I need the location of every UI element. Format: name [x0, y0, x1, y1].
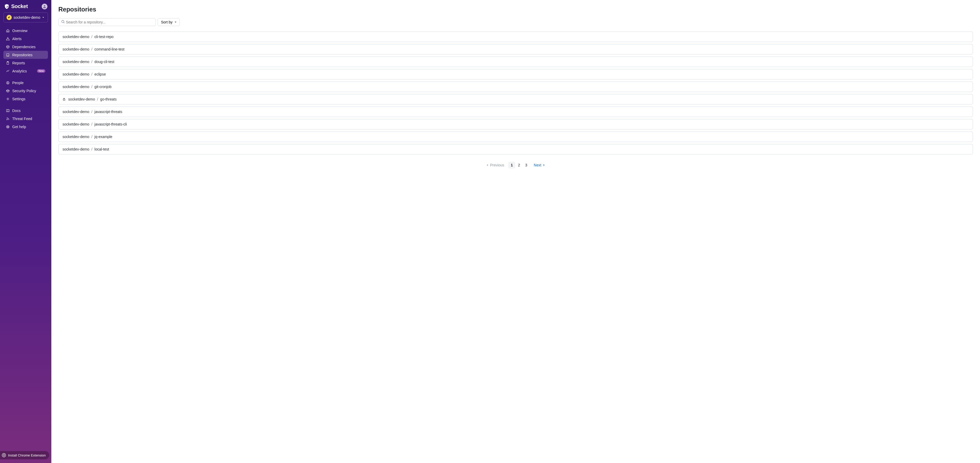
- repo-icon: [6, 53, 10, 57]
- svg-point-7: [6, 125, 10, 128]
- repo-separator: /: [97, 97, 98, 101]
- repo-name: doug-cli-test: [95, 60, 115, 64]
- repo-item[interactable]: socketdev-demo/command-line-test: [58, 44, 973, 54]
- svg-point-5: [7, 99, 8, 99]
- brand-logo[interactable]: Socket: [4, 3, 28, 10]
- repo-separator: /: [91, 147, 92, 151]
- home-icon: [6, 29, 10, 33]
- repo-name: javascript-threats-cli: [95, 122, 127, 126]
- repo-name: jq-example: [95, 135, 112, 139]
- sidebar-item-reports[interactable]: Reports: [3, 59, 48, 67]
- repo-owner: socketdev-demo: [62, 84, 89, 89]
- sidebar-header: Socket: [3, 3, 48, 10]
- pagination-page-3[interactable]: 3: [523, 162, 530, 169]
- package-icon: [6, 45, 10, 49]
- repo-separator: /: [91, 47, 92, 51]
- sidebar-item-dependencies[interactable]: Dependencies: [3, 43, 48, 51]
- search-input[interactable]: [58, 18, 156, 26]
- repo-separator: /: [91, 60, 92, 64]
- repo-owner: socketdev-demo: [62, 72, 89, 76]
- repo-item[interactable]: socketdev-demo/javascript-threats: [58, 107, 973, 117]
- chevron-right-icon: [542, 164, 545, 166]
- svg-rect-12: [63, 99, 65, 100]
- repo-name: go-threats: [100, 97, 117, 101]
- repo-item[interactable]: socketdev-demo/eclipse: [58, 69, 973, 80]
- svg-rect-1: [7, 62, 9, 64]
- repo-item[interactable]: socketdev-demo/doug-cli-test: [58, 57, 973, 67]
- repo-name: cli-test-repo: [95, 35, 114, 39]
- brand-name: Socket: [11, 3, 28, 10]
- repo-name: eclipse: [95, 72, 106, 76]
- repo-separator: /: [91, 72, 92, 76]
- sidebar-item-threat-feed[interactable]: Threat Feed: [3, 115, 48, 123]
- repo-owner: socketdev-demo: [62, 147, 89, 151]
- sidebar-item-alerts[interactable]: Alerts: [3, 35, 48, 43]
- svg-point-8: [7, 126, 8, 127]
- sidebar-item-overview[interactable]: Overview: [3, 27, 48, 35]
- repo-item[interactable]: socketdev-demo/javascript-threats-cli: [58, 119, 973, 129]
- svg-point-0: [44, 5, 45, 6]
- repo-item[interactable]: socketdev-demo/cli-test-repo: [58, 32, 973, 42]
- repo-owner: socketdev-demo: [62, 47, 89, 51]
- sidebar-item-get-help[interactable]: Get help: [3, 123, 48, 131]
- search-wrapper: [58, 18, 156, 26]
- repo-owner: socketdev-demo: [62, 110, 89, 114]
- sidebar: Socket socketdev-demo Overview Alerts De…: [0, 0, 51, 463]
- org-name: socketdev-demo: [14, 15, 40, 19]
- caret-down-icon: [175, 21, 177, 23]
- repo-list: socketdev-demo/cli-test-reposocketdev-de…: [58, 32, 973, 154]
- pagination-page-2[interactable]: 2: [515, 162, 523, 169]
- sidebar-item-repositories[interactable]: Repositories: [3, 51, 48, 59]
- nav-list: Overview Alerts Dependencies Repositorie…: [3, 27, 48, 131]
- repo-owner: socketdev-demo: [62, 135, 89, 139]
- chevron-left-icon: [486, 164, 489, 166]
- sidebar-item-settings[interactable]: Settings: [3, 95, 48, 103]
- search-icon: [61, 20, 65, 24]
- sidebar-item-people[interactable]: People: [3, 79, 48, 87]
- pagination-page-1[interactable]: 1: [508, 162, 515, 169]
- svg-point-11: [62, 20, 64, 23]
- repo-name: local-test: [95, 147, 109, 151]
- shield-icon: [4, 4, 10, 10]
- person-icon: [43, 5, 46, 8]
- pagination: Previous 123 Next: [58, 162, 973, 169]
- org-bird-icon: [8, 16, 11, 19]
- repo-separator: /: [91, 35, 92, 39]
- repo-name: command-line-test: [95, 47, 124, 51]
- sidebar-item-analytics[interactable]: AnalyticsNew: [3, 67, 48, 75]
- org-avatar: [6, 15, 12, 20]
- install-chrome-extension[interactable]: Install Chrome Extension: [0, 451, 49, 459]
- svg-point-10: [3, 454, 5, 456]
- sidebar-item-security-policy[interactable]: Security Policy: [3, 87, 48, 95]
- person-circle-icon: [6, 81, 10, 84]
- repo-item[interactable]: socketdev-demo/jq-example: [58, 132, 973, 142]
- repo-owner: socketdev-demo: [62, 35, 89, 39]
- svg-point-4: [7, 82, 8, 83]
- repo-separator: /: [91, 84, 92, 89]
- repo-item[interactable]: socketdev-demo/git-cronjob: [58, 81, 973, 92]
- sort-by-button[interactable]: Sort by: [158, 18, 180, 26]
- alert-icon: [6, 37, 10, 41]
- pagination-next[interactable]: Next: [531, 162, 547, 169]
- repo-item[interactable]: socketdev-demo/local-test: [58, 144, 973, 154]
- svg-point-9: [2, 453, 6, 457]
- repo-item[interactable]: socketdev-demo/go-threats: [58, 94, 973, 104]
- new-badge: New: [37, 69, 45, 73]
- book-icon: [6, 109, 10, 113]
- scale-icon: [6, 89, 10, 93]
- repo-separator: /: [91, 135, 92, 139]
- page-title: Repositories: [58, 6, 973, 13]
- sidebar-item-docs[interactable]: Docs: [3, 107, 48, 115]
- graph-icon: [6, 69, 10, 73]
- user-avatar[interactable]: [42, 4, 48, 10]
- repo-owner: socketdev-demo: [68, 97, 95, 101]
- org-selector[interactable]: socketdev-demo: [3, 13, 48, 22]
- chrome-icon: [2, 453, 6, 457]
- pagination-prev: Previous: [484, 162, 507, 169]
- gear-icon: [6, 97, 10, 101]
- chevron-down-icon: [42, 16, 45, 19]
- repo-separator: /: [91, 122, 92, 126]
- repo-owner: socketdev-demo: [62, 60, 89, 64]
- lifebuoy-icon: [6, 125, 10, 129]
- clipboard-icon: [6, 61, 10, 65]
